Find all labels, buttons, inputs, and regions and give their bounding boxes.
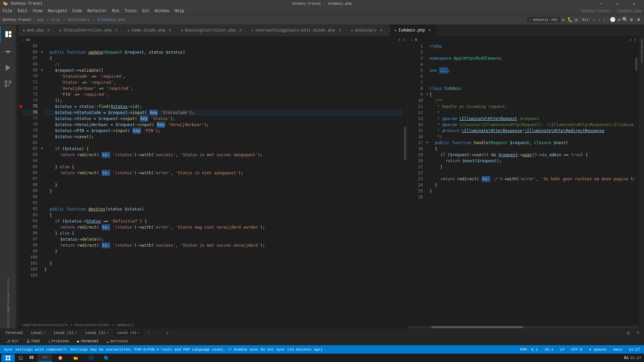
layout-icon[interactable]: ⊞ <box>637 17 640 22</box>
minimize-button[interactable]: ─ <box>593 0 608 7</box>
php-icon-3: ● <box>181 29 183 33</box>
search-taskbar[interactable] <box>16 354 25 362</box>
taskview-taskbar[interactable] <box>27 354 36 362</box>
bottom-tab-git[interactable]: ⎇ Git <box>3 339 22 344</box>
menu-help[interactable]: Help <box>172 7 187 14</box>
close-local[interactable]: × <box>44 331 46 335</box>
activity-run[interactable] <box>0 60 16 76</box>
tab-close-web[interactable]: × <box>46 28 51 33</box>
taskbar-explorer[interactable] <box>68 354 83 362</box>
right-scroll-up[interactable]: ∧ <box>630 38 632 42</box>
activity-notifications[interactable]: Notifications <box>0 311 16 327</box>
tab-is-admin[interactable]: ● IsAdmin.php × <box>390 25 437 36</box>
terminal-tab-local1[interactable]: Local × <box>28 330 49 336</box>
start-button[interactable] <box>1 354 15 362</box>
bottom-tab-terminal[interactable]: ▶ Terminal <box>74 339 102 344</box>
toolbar: Donkey-Travel app › Http › Middleware › … <box>0 15 644 25</box>
terminal-chevron[interactable]: ∨ <box>165 331 170 335</box>
left-vscroll[interactable] <box>403 43 407 321</box>
tab-close-status[interactable]: × <box>114 28 119 33</box>
php-icon-2: ● <box>59 29 61 33</box>
scroll-up-icon[interactable]: ∧ <box>398 38 401 42</box>
bottom-tab-todo[interactable]: ☰ TODO <box>23 339 43 344</box>
run-button[interactable]: ▶ <box>562 17 565 22</box>
terminal-tab-local[interactable]: Terminal <box>3 330 26 336</box>
menu-run[interactable]: Run <box>109 7 122 14</box>
code-line: $request->validate([ <box>44 67 403 73</box>
code-line-r20: return $next($request); <box>430 158 634 164</box>
terminal-settings[interactable]: ⚙ <box>625 330 632 336</box>
status-time: 21:27 <box>628 348 641 352</box>
status-line-ending[interactable]: LF <box>559 348 566 352</box>
menu-code[interactable]: Code <box>70 7 85 14</box>
tab-close-booking-v[interactable]: × <box>379 28 384 33</box>
tab-status-controller[interactable]: ● StatusController.php × <box>55 25 123 36</box>
tab-web-php[interactable]: ● web.php × <box>19 25 55 36</box>
terminal-tab-local2[interactable]: Local (2) × <box>51 330 80 336</box>
taskbar-vscode[interactable] <box>99 354 114 362</box>
code-line: ]); <box>44 98 403 104</box>
activity-structure[interactable]: Structure <box>0 279 16 295</box>
bottom-tab-problems[interactable]: ⚠ Problems <box>45 339 72 344</box>
code-line-r17: public function handle(Request $request,… <box>430 140 634 146</box>
activity-project[interactable] <box>0 26 16 42</box>
settings-icon[interactable]: ⚙ <box>630 17 633 22</box>
notifications-label[interactable]: Notifications <box>640 37 643 63</box>
toolbar-project[interactable]: Donkey-Travel <box>3 18 31 22</box>
code-line: 'Verwijderbaar' => 'required', <box>44 85 403 92</box>
search-icon[interactable]: 🔍 <box>622 17 628 22</box>
taskbar-phpstorm[interactable]: PS <box>38 354 52 362</box>
tab-booking-controller[interactable]: ● BookingController.php × <box>177 25 247 36</box>
terminal-tab-local4[interactable]: Local (4) × <box>114 330 143 336</box>
right-hscroll[interactable] <box>408 326 639 328</box>
activity-pull-requests[interactable] <box>0 76 16 92</box>
close-local4[interactable]: × <box>138 331 140 335</box>
status-message[interactable]: Sync settings with composer?: Settings m… <box>3 348 324 352</box>
terminal-expand[interactable]: ⋮ <box>154 331 162 335</box>
undo-icon[interactable]: ↺ <box>618 17 620 22</box>
right-code-content[interactable]: <?php namespace App\Http\Middleware; use… <box>430 43 634 326</box>
maximize-button[interactable]: ❐ <box>610 0 625 7</box>
taskbar-browser[interactable] <box>84 354 99 362</box>
right-scroll-down[interactable]: ∨ <box>634 38 636 42</box>
status-git-branch[interactable]: main <box>612 348 624 352</box>
menu-edit[interactable]: Edit <box>15 7 30 14</box>
code-line: } else { <box>44 230 403 236</box>
tab-close-overnacht[interactable]: × <box>337 28 342 33</box>
tab-close-booking[interactable]: × <box>238 28 243 33</box>
toolbar-app: app <box>36 18 45 22</box>
menu-refactor[interactable]: Refactor <box>85 7 110 14</box>
terminal-close[interactable]: × <box>635 330 641 336</box>
scroll-down-icon[interactable]: ∨ <box>402 38 405 42</box>
tab-booking-v[interactable]: ● booking\v × <box>347 25 388 36</box>
tab-home-blade[interactable]: ● home.blade.php × <box>123 25 177 36</box>
status-php-version[interactable]: PHP: 8.1 <box>519 348 539 352</box>
terminal-tab-local3[interactable]: Local (3) × <box>82 330 111 336</box>
add-terminal-button[interactable]: + <box>146 331 152 335</box>
status-line-col[interactable]: 26:1 <box>543 348 555 352</box>
bottom-tab-services[interactable]: ☁ Services <box>103 339 131 344</box>
code-line-76: $status->StatusCode = $request->input( k… <box>44 110 403 116</box>
taskbar-git[interactable] <box>53 354 68 362</box>
tab-close-home[interactable]: × <box>167 28 173 33</box>
tab-overnacht[interactable]: ● overnachtingplaats\edit.blade.php × <box>248 25 347 36</box>
menu-view[interactable]: View <box>30 7 45 14</box>
close-local3[interactable]: × <box>107 331 109 335</box>
close-local2[interactable]: × <box>75 331 77 335</box>
left-fold-col: ▼ ▼ <box>40 43 44 321</box>
activity-commit[interactable] <box>0 44 16 60</box>
menu-window[interactable]: Window <box>152 7 172 14</box>
status-indent[interactable]: 4 spaces <box>588 348 608 352</box>
coverage-button[interactable]: ◎ <box>575 17 578 22</box>
left-code-content[interactable]: public function update(Request $request,… <box>44 43 403 321</box>
menu-git[interactable]: Git <box>139 7 152 14</box>
menu-file[interactable]: File <box>0 7 15 14</box>
tab-close-is-admin[interactable]: × <box>427 28 432 33</box>
close-button[interactable]: ✕ <box>626 0 641 7</box>
status-encoding[interactable]: UTF-8 <box>570 348 584 352</box>
test-config[interactable]: ▷ phpunit.xml <box>527 17 560 22</box>
menu-tools[interactable]: Tools <box>122 7 139 14</box>
debug-button[interactable]: 🐛 <box>567 17 573 22</box>
right-vscroll[interactable] <box>634 43 639 326</box>
menu-navigate[interactable]: Navigate <box>45 7 70 14</box>
